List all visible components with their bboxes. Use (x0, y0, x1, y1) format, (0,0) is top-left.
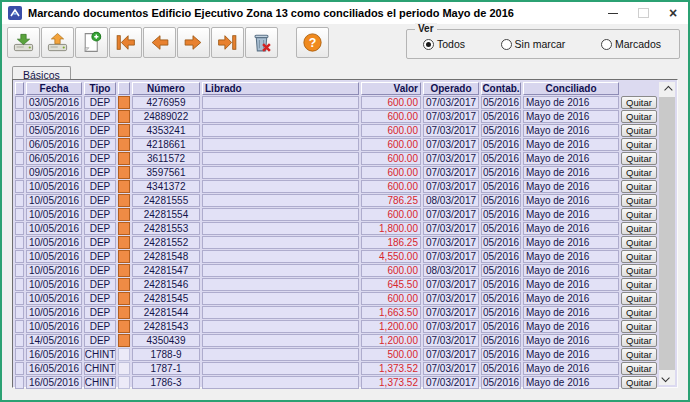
last-record-button[interactable] (211, 27, 244, 58)
view-groupbox: Ver Todos Sin marcar Marcados (406, 29, 680, 59)
app-icon (8, 6, 22, 20)
export-button[interactable] (41, 27, 74, 58)
vertical-scrollbar[interactable] (659, 82, 675, 385)
minimize-button[interactable] (598, 2, 628, 24)
close-button[interactable]: × (658, 2, 688, 24)
action-cell: Quitar (621, 222, 657, 235)
tipo-cell: DEP (84, 236, 116, 249)
marker-cell (118, 348, 130, 361)
quitar-button[interactable]: Quitar (621, 278, 657, 291)
operado-cell: 07/03/2017 (423, 124, 479, 137)
quitar-button[interactable]: Quitar (621, 306, 657, 319)
radio-todos[interactable]: Todos (423, 38, 465, 50)
quitar-button[interactable]: Quitar (621, 110, 657, 123)
librado-cell (202, 194, 359, 207)
fecha-cell: 10/05/2016 (26, 194, 82, 207)
scroll-down-button[interactable] (659, 370, 675, 385)
first-record-icon (114, 31, 137, 54)
prior-record-button[interactable] (143, 27, 176, 58)
first-record-button[interactable] (109, 27, 142, 58)
marker-cell (118, 362, 130, 375)
tipo-cell: CHINT (84, 348, 116, 361)
quitar-button[interactable]: Quitar (621, 124, 657, 137)
app-window: Marcando documentos Edificio Ejecutivo Z… (0, 0, 690, 402)
quitar-button[interactable]: Quitar (621, 250, 657, 263)
action-cell: Quitar (621, 264, 657, 277)
quitar-button[interactable]: Quitar (621, 236, 657, 249)
quitar-button[interactable]: Quitar (621, 222, 657, 235)
radio-todos-label: Todos (437, 38, 465, 50)
row-selector-cell (15, 194, 24, 207)
contab-cell: 05/2016 (481, 96, 521, 109)
quitar-button[interactable]: Quitar (621, 194, 657, 207)
librado-cell (202, 306, 359, 319)
next-record-button[interactable] (177, 27, 210, 58)
maximize-icon (638, 8, 649, 18)
quitar-button[interactable]: Quitar (621, 320, 657, 333)
new-record-button[interactable] (75, 27, 108, 58)
fecha-cell: 03/05/2016 (26, 110, 82, 123)
action-cell: Quitar (621, 334, 657, 347)
maximize-button[interactable] (628, 2, 658, 24)
delete-record-button[interactable] (245, 27, 278, 58)
numero-cell: 4276959 (132, 96, 200, 109)
help-button[interactable]: ? (296, 27, 329, 58)
action-cell: Quitar (621, 362, 657, 375)
quitar-button[interactable]: Quitar (621, 264, 657, 277)
action-cell: Quitar (621, 278, 657, 291)
operado-cell: 07/03/2017 (423, 152, 479, 165)
numero-cell: 24281544 (132, 306, 200, 319)
quitar-button[interactable]: Quitar (621, 292, 657, 305)
quitar-button[interactable]: Quitar (621, 96, 657, 109)
marker-cell (118, 180, 130, 193)
conciliado-cell: Mayo de 2016 (523, 166, 619, 179)
librado-cell (202, 152, 359, 165)
contab-cell: 05/2016 (481, 292, 521, 305)
quitar-button[interactable]: Quitar (621, 166, 657, 179)
delete-record-icon (250, 31, 273, 54)
col-header-numero: Número (132, 82, 200, 95)
col-header-operado: Operado (423, 82, 479, 95)
documents-grid: Fecha Tipo Número Librado Valor Operado … (15, 82, 657, 389)
conciliado-cell: Mayo de 2016 (523, 138, 619, 151)
fecha-cell: 14/05/2016 (26, 334, 82, 347)
quitar-button[interactable]: Quitar (621, 180, 657, 193)
fecha-cell: 10/05/2016 (26, 320, 82, 333)
tipo-cell: DEP (84, 208, 116, 221)
contab-cell: 05/2016 (481, 138, 521, 151)
operado-cell: 07/03/2017 (423, 138, 479, 151)
quitar-button[interactable]: Quitar (621, 362, 657, 375)
conciliado-cell: Mayo de 2016 (523, 124, 619, 137)
numero-cell: 24281552 (132, 236, 200, 249)
action-cell: Quitar (621, 180, 657, 193)
import-button[interactable] (7, 27, 40, 58)
numero-cell: 24281545 (132, 292, 200, 305)
quitar-button[interactable]: Quitar (621, 152, 657, 165)
conciliado-cell: Mayo de 2016 (523, 320, 619, 333)
tipo-cell: DEP (84, 124, 116, 137)
radio-marcados[interactable]: Marcados (601, 38, 661, 50)
quitar-button[interactable]: Quitar (621, 348, 657, 361)
numero-cell: 4218661 (132, 138, 200, 151)
marker-cell (118, 320, 130, 333)
tipo-cell: DEP (84, 222, 116, 235)
fecha-cell: 10/05/2016 (26, 222, 82, 235)
valor-cell: 600.00 (361, 264, 421, 277)
conciliado-cell: Mayo de 2016 (523, 278, 619, 291)
librado-cell (202, 166, 359, 179)
fecha-cell: 16/05/2016 (26, 348, 82, 361)
radio-sin-marcar[interactable]: Sin marcar (501, 38, 566, 50)
marker-cell (118, 236, 130, 249)
tipo-cell: DEP (84, 278, 116, 291)
quitar-button[interactable]: Quitar (621, 334, 657, 347)
quitar-button[interactable]: Quitar (621, 138, 657, 151)
numero-cell: 1786-3 (132, 376, 200, 389)
quitar-button[interactable]: Quitar (621, 376, 657, 389)
action-cell: Quitar (621, 208, 657, 221)
valor-cell: 4,550.00 (361, 250, 421, 263)
valor-cell: 186.25 (361, 236, 421, 249)
quitar-button[interactable]: Quitar (621, 208, 657, 221)
numero-cell: 24281543 (132, 320, 200, 333)
scroll-up-button[interactable] (659, 82, 675, 97)
tipo-cell: DEP (84, 306, 116, 319)
